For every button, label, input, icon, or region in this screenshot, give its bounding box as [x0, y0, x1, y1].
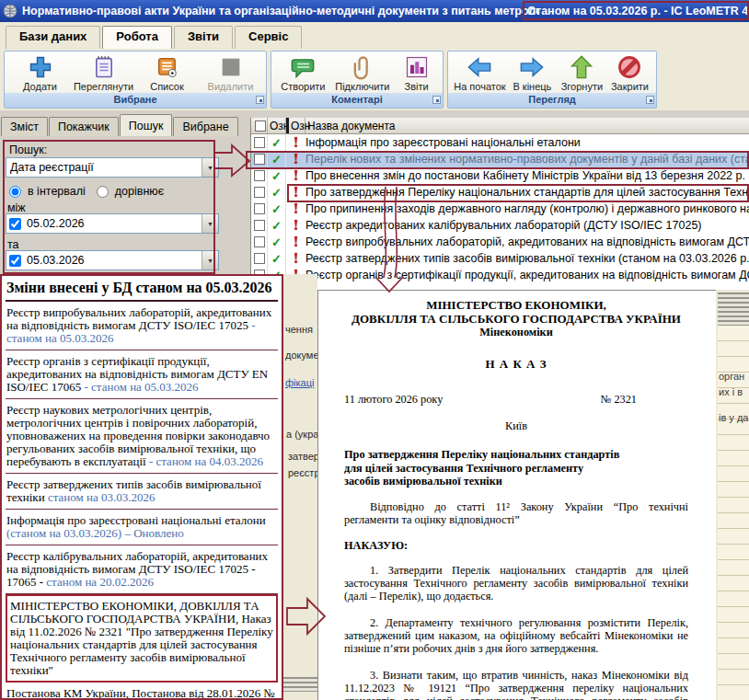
tab-robota[interactable]: Робота: [102, 26, 172, 49]
document-preview: МІНІСТЕРСТВО ЕКОНОМІКИ, ДОВКІЛЛЯ ТА СІЛЬ…: [317, 290, 716, 700]
radio-interval[interactable]: [9, 186, 21, 198]
group-expander-icon[interactable]: [256, 96, 264, 104]
row-checkbox[interactable]: [254, 154, 265, 165]
chevron-down-icon[interactable]: ▼: [202, 214, 218, 233]
group-expander-icon[interactable]: [432, 96, 441, 104]
change-entry[interactable]: Реєстр калібрувальних лабораторій, акред…: [6, 545, 278, 594]
doc-subject-line1: Про затвердження Переліку національних с…: [344, 448, 688, 462]
tab-vybrane[interactable]: Вибране: [173, 117, 237, 136]
plus-icon: [28, 54, 53, 80]
comment-icon: [290, 54, 316, 80]
change-entry[interactable]: Реєстр затверджених типів засобів вимірю…: [6, 474, 278, 510]
close-button[interactable]: Закрити: [607, 54, 652, 92]
exclamation-icon: !: [293, 218, 298, 233]
change-entry[interactable]: Реєстр випробувальних лабораторій, акред…: [6, 302, 278, 350]
header-ozn1[interactable]: Озн: [268, 118, 286, 133]
header-name[interactable]: Назва документа: [305, 118, 749, 133]
text-fragment: реєстра: [288, 467, 317, 478]
list-row[interactable]: ✓!Реєстр випробувальних лабораторій, акр…: [251, 234, 749, 250]
reports-button[interactable]: Звіти: [394, 54, 439, 92]
ribbon-group-perehliad: На початок В кінець Згорнути Закрити: [447, 51, 657, 109]
application-window: Нормативно-правові акти України та орган…: [0, 0, 749, 700]
list-icon: [155, 54, 180, 80]
exclamation-icon: !: [293, 168, 298, 183]
create-comment-button[interactable]: Створити: [275, 54, 331, 92]
row-checkbox[interactable]: [254, 253, 265, 264]
exclamation-icon: !: [293, 152, 298, 166]
list-row[interactable]: ✓!Реєстр затверджених типів засобів вимі…: [251, 250, 749, 267]
row-checkbox[interactable]: [254, 170, 265, 181]
header-checkbox-cell[interactable]: [251, 118, 268, 133]
tab-servis[interactable]: Сервіс: [235, 26, 302, 49]
go-start-button[interactable]: На початок: [452, 54, 508, 92]
header-ozn2[interactable]: Озн: [286, 118, 305, 133]
list-row[interactable]: ✓!Інформація про зареєстровані національ…: [251, 134, 749, 151]
row-checkbox[interactable]: [254, 236, 265, 247]
check-icon: ✓: [271, 202, 282, 216]
doc-number: № 2321: [601, 393, 637, 406]
chevron-down-icon[interactable]: ▼: [202, 158, 218, 177]
add-button[interactable]: Додати: [8, 54, 72, 92]
background-window-right: орган их і в ів у да: [716, 290, 749, 700]
search-field-select[interactable]: Дата реєстрації ▼: [6, 157, 219, 178]
row-checkbox[interactable]: [254, 137, 265, 148]
doc-order-title: Н А К А З: [344, 358, 688, 371]
date-from-checkbox[interactable]: [9, 218, 21, 230]
text-fragment: ів у да: [719, 412, 748, 423]
date-to-checkbox[interactable]: [9, 255, 21, 267]
doc-subject-line2: для цілей застосування Технічного реглам…: [344, 462, 688, 476]
list-row[interactable]: ✓!Про припинення заходів державного нагл…: [251, 201, 749, 217]
collapse-button[interactable]: Згорнути: [557, 54, 607, 92]
check-icon: ✓: [271, 252, 282, 266]
app-logo-icon: [3, 4, 18, 19]
doc-ministry-short: Мінекономіки: [344, 326, 688, 339]
list-button[interactable]: Список: [135, 54, 199, 92]
tab-zvity[interactable]: Звіти: [174, 26, 233, 49]
chevron-down-icon[interactable]: ▼: [202, 251, 218, 270]
row-checkbox[interactable]: [254, 220, 265, 231]
title-bar: Нормативно-правові акти України та орган…: [0, 0, 749, 22]
list-row-selected[interactable]: ✓!Перелік нових та змінених нормативно-п…: [251, 151, 749, 167]
group-expander-icon[interactable]: [646, 96, 654, 104]
date-to-combo[interactable]: 05.03.2026 ▼: [6, 250, 219, 270]
radio-equals[interactable]: [97, 186, 109, 198]
header-checkbox[interactable]: [255, 120, 266, 132]
exclamation-icon: !: [293, 251, 298, 266]
group-label-vybrane: Вибране: [113, 94, 156, 105]
ribbon-group-komentari: Створити Підключити Звіти: [271, 51, 444, 109]
go-end-button[interactable]: В кінець: [508, 54, 557, 92]
doc-city: Київ: [344, 419, 688, 432]
list-row[interactable]: ✓!Про внесення змін до постанови Кабінет…: [251, 167, 749, 184]
change-entry-highlighted[interactable]: МІНІСТЕРСТВО ЕКОНОМІКИ, ДОВКІЛЛЯ ТА СІЛЬ…: [6, 594, 278, 683]
doc-ministry-line1: МІНІСТЕРСТВО ЕКОНОМІКИ,: [344, 298, 688, 312]
row-checkbox[interactable]: [254, 203, 265, 214]
exclamation-icon: !: [293, 185, 298, 200]
list-row[interactable]: ✓!Про затвердження Переліку національних…: [251, 184, 749, 201]
exclamation-icon: !: [293, 235, 298, 249]
link-fragment[interactable]: фікаці: [285, 377, 314, 388]
tab-zmist[interactable]: Зміст: [1, 117, 48, 136]
tab-bazy-danykh[interactable]: Бази даних: [6, 26, 100, 49]
attach-comment-button[interactable]: Підключити: [331, 54, 394, 92]
arrow-left-icon: [467, 54, 492, 80]
status-date: - станом на 04.03.2026: [146, 454, 263, 468]
row-checkbox[interactable]: [254, 187, 265, 198]
change-entry[interactable]: Інформація про зареєстровані національні…: [6, 510, 278, 545]
and-label: та: [7, 238, 19, 251]
status-date: (станом на 03.03.2026) – Оновлено: [6, 526, 184, 540]
change-entry[interactable]: Постанова КМ України, Постанова від 28.0…: [6, 683, 278, 700]
paperclip-icon: [350, 54, 375, 80]
group-label-perehliad: Перегляд: [528, 94, 576, 105]
search-pane: Пошук: Дата реєстрації ▼ в інтервалі дор…: [0, 135, 248, 274]
date-from-combo[interactable]: 05.02.2026 ▼: [6, 213, 219, 234]
radio-interval-label: в інтервалі: [28, 185, 86, 198]
doc-date: 11 лютого 2026 року: [344, 393, 443, 406]
list-header: Озн Озн Назва документа: [251, 118, 749, 134]
change-entry[interactable]: Реєстр наукових метрологічних центрів, м…: [6, 399, 278, 474]
change-entry[interactable]: Реєстр органів з сертифікації продукції,…: [6, 350, 278, 399]
list-row[interactable]: ✓!Реєстр органів з сертифікації продукці…: [251, 267, 749, 283]
list-row[interactable]: ✓!Реєстр акредитованих калібрувальних ла…: [251, 217, 749, 234]
tab-pokazhchyk[interactable]: Покажчик: [49, 117, 119, 136]
view-button[interactable]: Переглянути: [72, 54, 135, 92]
tab-poshuk[interactable]: Пошук: [120, 114, 173, 136]
